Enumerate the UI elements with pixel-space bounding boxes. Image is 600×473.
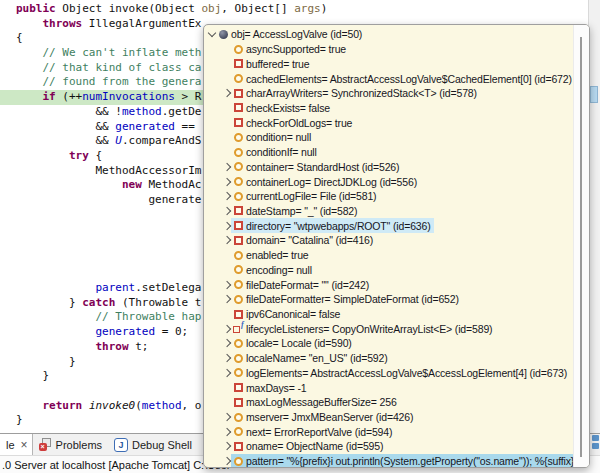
variable-label: oname= ObjectName (id=595) xyxy=(245,440,386,452)
chevron-right-icon[interactable] xyxy=(222,369,230,377)
variable-row[interactable]: conditionIf= null xyxy=(204,145,573,160)
expand-area xyxy=(222,443,231,449)
variable-label: maxLogMessageBufferSize= 256 xyxy=(245,396,400,408)
chevron-right-icon[interactable] xyxy=(222,89,230,97)
variable-row[interactable]: lifecycleListeners= CopyOnWriteArrayList… xyxy=(204,321,573,336)
tab-debug-shell[interactable]: Debug Shell xyxy=(108,434,198,455)
variable-label: checkExists= false xyxy=(245,102,333,114)
expand-area xyxy=(222,458,231,464)
expand-area xyxy=(222,296,231,302)
chevron-right-icon[interactable] xyxy=(222,280,230,288)
expand-area xyxy=(222,282,231,288)
variable-row[interactable]: localeName= "en_US" (id=592) xyxy=(204,351,573,366)
variable-row[interactable]: maxDays= -1 xyxy=(204,380,573,395)
variable-row[interactable]: containerLog= DirectJDKLog (id=556) xyxy=(204,174,573,189)
chevron-right-icon[interactable] xyxy=(222,442,230,450)
variable-label: conditionIf= null xyxy=(245,146,320,158)
chevron-right-icon[interactable] xyxy=(222,339,230,347)
variable-label: next= ErrorReportValve (id=594) xyxy=(245,426,395,438)
chevron-right-icon[interactable] xyxy=(222,236,230,244)
chevron-right-icon[interactable] xyxy=(222,324,230,332)
variable-row[interactable]: ipv6Canonical= false xyxy=(204,307,573,322)
expand-area xyxy=(222,164,231,170)
variable-row[interactable]: container= StandardHost (id=526) xyxy=(204,159,573,174)
variable-row[interactable]: maxLogMessageBufferSize= 256 xyxy=(204,395,573,410)
variable-label: dateStamp= "_" (id=582) xyxy=(245,205,360,217)
expand-area xyxy=(222,370,231,376)
tab-le[interactable]: le× xyxy=(0,434,33,455)
chevron-right-icon[interactable] xyxy=(222,295,230,303)
private-field-icon xyxy=(234,442,243,451)
variable-row[interactable]: obj= AccessLogValve (id=50) xyxy=(204,27,573,42)
expand-area xyxy=(222,340,231,346)
expand-area xyxy=(222,179,231,185)
variable-row[interactable]: fileDateFormatter= SimpleDateFormat (id=… xyxy=(204,292,573,307)
chevron-right-icon[interactable] xyxy=(222,354,230,362)
protected-field-icon xyxy=(234,265,243,274)
variable-label: fileDateFormat= "" (id=242) xyxy=(245,279,372,291)
chevron-right-icon[interactable] xyxy=(222,221,230,229)
chevron-right-icon[interactable] xyxy=(222,207,230,215)
chevron-right-icon[interactable] xyxy=(222,428,230,436)
variable-row[interactable]: domain= "Catalina" (id=416) xyxy=(204,233,573,248)
variable-label: condition= null xyxy=(245,131,314,143)
popup-scrollbar[interactable] xyxy=(573,25,589,467)
variable-row[interactable]: cachedElements= AbstractAccessLogValve$C… xyxy=(204,71,573,86)
variable-row[interactable]: asyncSupported= true xyxy=(204,42,573,57)
variable-label: containerLog= DirectJDKLog (id=556) xyxy=(245,176,420,188)
variable-row[interactable]: checkForOldLogs= true xyxy=(204,115,573,130)
chevron-right-icon[interactable] xyxy=(222,163,230,171)
expand-area xyxy=(222,223,231,229)
minimized-view-icon[interactable] xyxy=(592,443,599,449)
variable-row[interactable]: buffered= true xyxy=(204,56,573,71)
variable-row[interactable]: logElements= AbstractAccessLogValve$Acce… xyxy=(204,366,573,381)
variable-row[interactable]: pattern= "%{prefix}i out.println(System.… xyxy=(204,454,573,467)
protected-field-icon xyxy=(234,192,243,201)
minimized-view-marks[interactable] xyxy=(592,435,599,449)
variable-row[interactable]: checkExists= false xyxy=(204,101,573,116)
close-icon[interactable]: × xyxy=(21,438,28,452)
variable-row[interactable]: condition= null xyxy=(204,130,573,145)
tab-problems[interactable]: Problems xyxy=(33,434,108,455)
variable-row[interactable]: mserver= JmxMBeanServer (id=426) xyxy=(204,410,573,425)
variable-label: buffered= true xyxy=(245,58,312,70)
private-field-icon xyxy=(234,383,243,392)
protected-field-icon xyxy=(234,427,243,436)
protected-field-icon xyxy=(234,162,243,171)
scrollbar-thumb[interactable] xyxy=(580,37,582,457)
expand-area xyxy=(222,355,231,361)
chevron-down-icon[interactable] xyxy=(207,29,215,37)
chevron-right-icon[interactable] xyxy=(222,177,230,185)
private-field-icon xyxy=(234,103,243,112)
variable-inspection-popup: obj= AccessLogValve (id=50)asyncSupporte… xyxy=(203,24,590,468)
minimized-view-icon[interactable] xyxy=(592,435,599,441)
chevron-right-icon[interactable] xyxy=(222,192,230,200)
variable-row[interactable]: fileDateFormat= "" (id=242) xyxy=(204,277,573,292)
expand-area xyxy=(222,237,231,243)
private-field-icon xyxy=(234,89,243,98)
variable-row[interactable]: encoding= null xyxy=(204,263,573,278)
protected-field-icon xyxy=(234,457,243,466)
variable-tree: obj= AccessLogValve (id=50)asyncSupporte… xyxy=(204,25,573,467)
protected-field-icon xyxy=(234,177,243,186)
protected-field-icon xyxy=(234,251,243,260)
variable-row[interactable]: charArrayWriters= SynchronizedStack<T> (… xyxy=(204,86,573,101)
protected-field-icon xyxy=(234,339,243,348)
variable-row[interactable]: next= ErrorReportValve (id=594) xyxy=(204,424,573,439)
variable-label: maxDays= -1 xyxy=(245,382,310,394)
chevron-right-icon[interactable] xyxy=(222,413,230,421)
occurrence-marker[interactable] xyxy=(590,86,598,103)
variable-label: charArrayWriters= SynchronizedStack<T> (… xyxy=(245,87,480,99)
local-variable-icon xyxy=(219,30,228,39)
private-field-icon xyxy=(234,221,243,230)
chevron-right-icon[interactable] xyxy=(222,457,230,465)
variable-row[interactable]: enabled= true xyxy=(204,248,573,263)
protected-field-icon xyxy=(234,148,243,157)
variable-row[interactable]: currentLogFile= File (id=581) xyxy=(204,189,573,204)
variable-label: mserver= JmxMBeanServer (id=426) xyxy=(245,411,416,423)
variable-row[interactable]: locale= Locale (id=590) xyxy=(204,336,573,351)
private-field-icon xyxy=(234,59,243,68)
variable-row[interactable]: directory= "wtpwebapps/ROOT" (id=636) xyxy=(204,218,573,233)
variable-row[interactable]: dateStamp= "_" (id=582) xyxy=(204,204,573,219)
variable-row[interactable]: oname= ObjectName (id=595) xyxy=(204,439,573,454)
